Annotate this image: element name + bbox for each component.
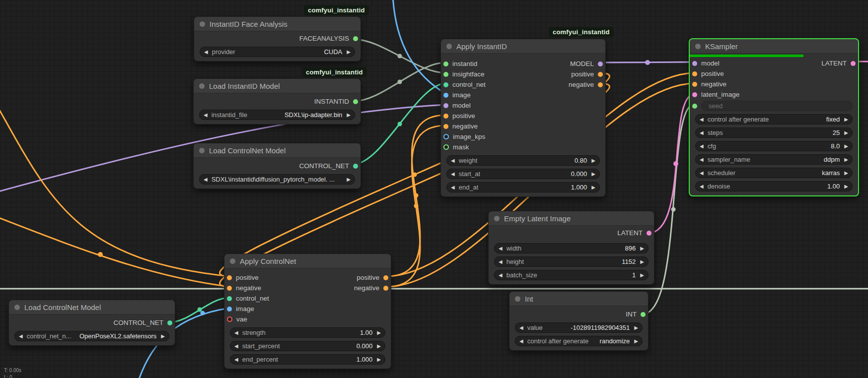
output-port[interactable]: [353, 36, 358, 41]
collapse-dot[interactable]: [446, 44, 452, 49]
widget-denoise[interactable]: denoise 1.00: [695, 181, 853, 191]
output-port[interactable]: [383, 286, 388, 291]
widget-decrement-arrow[interactable]: [519, 325, 523, 330]
widget-decrement-arrow[interactable]: [204, 113, 208, 118]
node-title-bar[interactable]: Load ControlNet Model: [9, 300, 175, 315]
widget-value[interactable]: value -1028911982904351: [515, 322, 643, 333]
input-port[interactable]: [443, 144, 449, 150]
widget-decrement-arrow[interactable]: [234, 344, 238, 349]
widget-control-net-name[interactable]: control_net_n... OpenPoseXL2.safetensors: [14, 331, 169, 341]
output-port[interactable]: [383, 275, 388, 280]
widget-strength[interactable]: strength 1.00: [230, 327, 385, 338]
widget-control-after-generate[interactable]: control after generate fixed: [695, 114, 853, 125]
input-port[interactable]: [692, 92, 697, 97]
node-title-bar[interactable]: Int: [509, 292, 648, 306]
widget-cfg[interactable]: cfg 8.0: [695, 141, 853, 151]
widget-batch-size[interactable]: batch_size 1: [494, 270, 649, 280]
node-load-controlnet-model-instantid[interactable]: Load ControlNet Model CONTROL_NET SDXL\i…: [193, 143, 361, 189]
widget-decrement-arrow[interactable]: [700, 184, 704, 189]
node-title-bar[interactable]: InstantID Face Analysis: [194, 17, 361, 31]
input-port[interactable]: [443, 93, 448, 98]
widget-decrement-arrow[interactable]: [700, 171, 704, 176]
widget-increment-arrow[interactable]: [640, 246, 644, 251]
input-port[interactable]: [443, 72, 448, 77]
input-port[interactable]: [443, 103, 448, 108]
widget-increment-arrow[interactable]: [377, 330, 381, 335]
widget-start-at[interactable]: start_at 0.000: [446, 169, 600, 179]
widget-increment-arrow[interactable]: [591, 158, 595, 163]
node-load-instantid-model[interactable]: Load InstantID Model INSTANTID instantid…: [193, 78, 361, 125]
widget-decrement-arrow[interactable]: [499, 273, 503, 278]
node-int[interactable]: Int INT value -1028911982904351 control …: [509, 291, 649, 351]
input-port[interactable]: [443, 114, 448, 119]
collapse-dot[interactable]: [515, 296, 520, 302]
input-port-seed[interactable]: [692, 104, 697, 109]
widget-increment-arrow[interactable]: [844, 117, 848, 122]
widget-increment-arrow[interactable]: [844, 184, 848, 189]
input-port[interactable]: [443, 124, 448, 129]
widget-decrement-arrow[interactable]: [499, 246, 503, 251]
node-load-controlnet-model-openpose[interactable]: Load ControlNet Model CONTROL_NET contro…: [8, 300, 175, 346]
node-instantid-face-analysis[interactable]: InstantID Face Analysis FACEANALYSIS pro…: [194, 16, 361, 62]
widget-steps[interactable]: steps 25: [695, 127, 853, 138]
collapse-dot[interactable]: [199, 83, 205, 89]
widget-end-percent[interactable]: end_percent 1.000: [230, 354, 385, 365]
widget-increment-arrow[interactable]: [844, 130, 848, 135]
node-apply-controlnet[interactable]: Apply ControlNet positive positive negat…: [224, 253, 391, 369]
output-port[interactable]: [851, 61, 856, 66]
output-port[interactable]: [353, 99, 358, 104]
widget-decrement-arrow[interactable]: [700, 144, 704, 149]
widget-decrement-arrow[interactable]: [204, 50, 208, 55]
input-port[interactable]: [692, 71, 697, 76]
widget-increment-arrow[interactable]: [844, 144, 848, 149]
widget-weight[interactable]: weight 0.80: [446, 155, 600, 166]
widget-sampler-name[interactable]: sampler_name ddpm: [695, 154, 853, 165]
node-title-bar[interactable]: Apply ControlNet: [224, 254, 391, 268]
collapse-dot[interactable]: [200, 21, 205, 27]
input-port[interactable]: [692, 82, 697, 87]
widget-decrement-arrow[interactable]: [19, 334, 23, 339]
widget-scheduler[interactable]: scheduler karras: [695, 168, 853, 178]
widget-start-percent[interactable]: start_percent 0.000: [230, 341, 385, 351]
widget-decrement-arrow[interactable]: [234, 330, 238, 335]
widget-increment-arrow[interactable]: [377, 344, 381, 349]
input-port[interactable]: [227, 307, 232, 312]
widget-decrement-arrow[interactable]: [499, 259, 503, 264]
input-port[interactable]: [443, 62, 448, 66]
collapse-dot[interactable]: [494, 216, 500, 221]
widget-increment-arrow[interactable]: [347, 113, 351, 118]
collapse-dot[interactable]: [230, 258, 235, 264]
widget-increment-arrow[interactable]: [347, 177, 351, 182]
widget-increment-arrow[interactable]: [161, 334, 165, 339]
node-title-bar[interactable]: KSampler: [690, 39, 858, 54]
widget-width[interactable]: width 896: [494, 243, 649, 253]
widget-increment-arrow[interactable]: [591, 172, 595, 177]
widget-end-at[interactable]: end_at 1.000: [446, 182, 600, 192]
widget-seed[interactable]: seed: [701, 101, 853, 111]
widget-increment-arrow[interactable]: [634, 339, 638, 344]
collapse-dot[interactable]: [199, 148, 205, 153]
widget-increment-arrow[interactable]: [591, 185, 595, 190]
input-port[interactable]: [227, 296, 232, 301]
widget-height[interactable]: height 1152: [494, 256, 649, 267]
widget-decrement-arrow[interactable]: [519, 339, 523, 344]
widget-decrement-arrow[interactable]: [451, 158, 455, 163]
output-port[interactable]: [647, 231, 651, 236]
node-canvas[interactable]: { "badge_label": "comfyui_instantid", "s…: [0, 0, 868, 378]
widget-increment-arrow[interactable]: [844, 171, 848, 176]
input-port[interactable]: [227, 275, 232, 280]
node-title-bar[interactable]: Apply InstantID: [441, 39, 605, 54]
widget-increment-arrow[interactable]: [377, 357, 381, 362]
input-port[interactable]: [227, 316, 232, 322]
output-port[interactable]: [598, 82, 603, 87]
widget-decrement-arrow[interactable]: [204, 177, 208, 182]
input-port[interactable]: [443, 134, 449, 139]
widget-increment-arrow[interactable]: [640, 259, 644, 264]
output-port[interactable]: [641, 312, 646, 317]
widget-increment-arrow[interactable]: [844, 157, 848, 162]
widget-decrement-arrow[interactable]: [451, 185, 455, 190]
input-port[interactable]: [692, 61, 697, 66]
widget-increment-arrow[interactable]: [640, 273, 644, 278]
widget-increment-arrow[interactable]: [634, 325, 638, 330]
input-port[interactable]: [443, 82, 448, 87]
